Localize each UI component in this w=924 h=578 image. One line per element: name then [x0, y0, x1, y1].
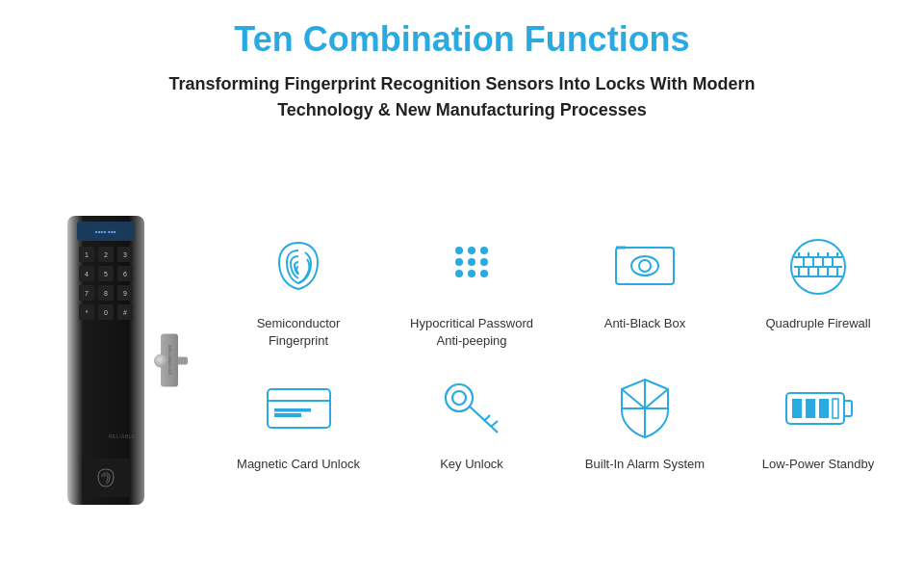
feature-anti-black-box: Anti-Black Box [582, 228, 707, 332]
lock-fp-area [82, 459, 130, 497]
handle-bar [178, 356, 188, 364]
key-star: * [79, 304, 94, 320]
icons-area: SemiconductorFingerprint [192, 152, 924, 568]
svg-line-40 [491, 421, 498, 427]
subtitle-line2: Technology & New Manufacturing Processes [277, 100, 647, 119]
magnetic-card-unlock-label: Magnetic Card Unlock [237, 456, 360, 473]
svg-rect-9 [616, 248, 674, 284]
key-4: 4 [79, 266, 94, 281]
svg-point-4 [468, 258, 475, 266]
key-6: 6 [117, 266, 133, 281]
svg-rect-48 [833, 399, 838, 418]
handle-plate-text: INTELLIGENCE LOCK [167, 346, 171, 376]
feature-built-in-alarm: Built-In Alarm System [582, 369, 707, 473]
keypad: 1 2 3 4 5 6 7 8 9 * 0 # [79, 247, 133, 320]
svg-rect-47 [819, 399, 829, 418]
key-hash: # [117, 304, 133, 320]
built-in-alarm-label: Built-In Alarm System [585, 456, 705, 473]
feature-quadruple-firewall: Quadruple Firewall [756, 228, 881, 332]
handle-knob [154, 354, 167, 367]
key-unlock-icon-wrapper [433, 369, 510, 446]
hypocritical-password-icon-wrapper [433, 228, 510, 305]
key-8: 8 [98, 285, 114, 301]
low-power-standby-label: Low-Power Standby [762, 456, 874, 473]
hypocritical-password-label: Hypocritical PasswordAnti-peeping [410, 315, 533, 350]
svg-point-7 [468, 270, 475, 277]
main-title: Ten Combination Functions [234, 19, 689, 60]
lock-screen: ■■■■ ■■■ [77, 222, 135, 241]
key-9: 9 [117, 285, 133, 301]
svg-point-1 [468, 247, 475, 254]
svg-point-37 [452, 391, 466, 405]
svg-line-39 [484, 415, 490, 421]
svg-point-3 [455, 258, 463, 266]
svg-point-6 [455, 270, 463, 277]
key-0: 0 [98, 304, 114, 320]
feature-hypocritical-password: Hypocritical PasswordAnti-peeping [409, 228, 534, 350]
svg-point-2 [480, 247, 488, 254]
lock-device: ■■■■ ■■■ 1 2 3 4 5 6 7 8 9 * 0 # [0, 152, 192, 568]
anti-black-box-icon-wrapper [606, 228, 683, 305]
feature-low-power-standby: Low-Power Standby [756, 369, 881, 473]
feature-key-unlock: Key Unlock [409, 369, 534, 473]
features-row-2: Magnetic Card Unlock Key Unlock [212, 369, 905, 473]
feature-magnetic-card-unlock: Magnetic Card Unlock [236, 369, 361, 473]
lock-handle-area: INTELLIGENCE LOCK [161, 334, 188, 387]
svg-point-0 [455, 247, 463, 254]
subtitle-line1: Transforming Fingerprint Recognition Sen… [169, 74, 756, 93]
key-3: 3 [117, 247, 133, 262]
svg-point-5 [480, 258, 488, 266]
anti-black-box-label: Anti-Black Box [604, 315, 686, 332]
feature-semiconductor-fingerprint: SemiconductorFingerprint [236, 228, 361, 350]
page-container: Ten Combination Functions Transforming F… [0, 0, 924, 578]
quadruple-firewall-label: Quadruple Firewall [765, 315, 870, 332]
svg-rect-45 [792, 399, 802, 418]
quadruple-firewall-icon-wrapper [780, 228, 857, 305]
svg-rect-46 [806, 399, 815, 418]
key-2: 2 [98, 247, 114, 262]
lock-screen-text: ■■■■ ■■■ [95, 229, 116, 234]
content-area: ■■■■ ■■■ 1 2 3 4 5 6 7 8 9 * 0 # [0, 152, 924, 568]
magnetic-card-unlock-icon-wrapper [260, 369, 337, 446]
semiconductor-fingerprint-icon-wrapper [260, 228, 337, 305]
key-1: 1 [79, 247, 94, 262]
subtitle: Transforming Fingerprint Recognition Sen… [169, 71, 756, 123]
key-unlock-label: Key Unlock [440, 456, 503, 473]
semiconductor-fingerprint-label: SemiconductorFingerprint [257, 315, 341, 350]
key-7: 7 [79, 285, 94, 301]
features-row-1: SemiconductorFingerprint [212, 228, 905, 350]
built-in-alarm-icon-wrapper [606, 369, 683, 446]
svg-rect-44 [844, 401, 852, 416]
svg-point-8 [480, 270, 488, 277]
svg-line-38 [470, 407, 498, 433]
lock-body: ■■■■ ■■■ 1 2 3 4 5 6 7 8 9 * 0 # [67, 216, 144, 505]
svg-rect-34 [274, 408, 311, 411]
svg-point-36 [446, 384, 473, 411]
svg-point-11 [639, 260, 651, 272]
key-5: 5 [98, 266, 114, 281]
low-power-standby-icon-wrapper [780, 369, 857, 446]
svg-rect-35 [274, 413, 301, 415]
reliable-label: RELIABLE [109, 434, 136, 439]
